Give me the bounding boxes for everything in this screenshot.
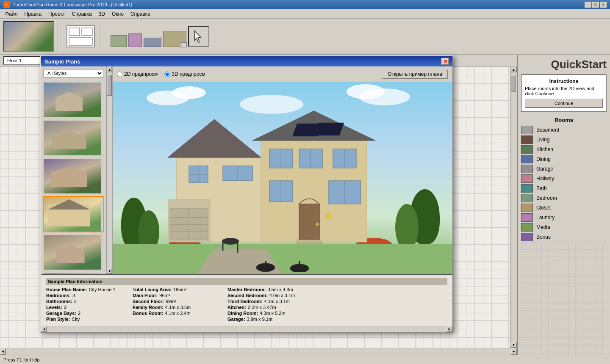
kitchen-value: 2.2m x 3.47m [248,305,276,310]
house-list-item-5[interactable] [43,234,104,270]
preview-panel: 2D предпросм 3D предпросм Открыть пример… [113,66,452,274]
vscroll-up-button[interactable]: ▲ [510,66,517,72]
room-item-dining[interactable]: Dining [521,155,607,163]
room-swatch-bedroom [521,194,533,202]
road-markers [240,259,325,272]
house-thumbnail-section [3,21,58,52]
dialog-title: Sample Plans [44,58,80,65]
floor-plan-icon [65,24,97,49]
dialog-hscroll-right[interactable]: ► [446,326,452,332]
bedrooms-label: Bedrooms: [46,293,71,298]
room-name-kitchen: Kitchen [536,146,553,152]
house-thumbnail [3,21,54,52]
room-item-bonus[interactable]: Bonus [521,233,607,241]
levels-label: Levels: [46,305,62,310]
house-list-scroll-up[interactable]: ▲ [107,66,112,72]
house-list-scroll-thumb[interactable] [107,74,112,96]
svg-point-33 [316,223,319,226]
room-item-living[interactable]: Living [521,135,607,144]
menu-help2[interactable]: Справка [127,10,154,18]
maximize-button[interactable]: □ [592,2,599,8]
room-item-laundry[interactable]: Laundry [521,213,607,222]
room-shape-3[interactable] [144,38,161,47]
info-grid: House Plan Name: City House 1 Bedrooms: … [46,287,447,323]
room-name-bonus: Bonus [536,234,551,240]
house-list-scroll-down[interactable]: ▼ [107,268,112,274]
second-bedroom-label: Second Bedroom: [227,293,268,298]
house-list-scroll-track [107,72,112,268]
svg-rect-10 [314,123,344,135]
master-bedroom-label: Master Bedroom: [227,287,266,292]
house-list-item-6[interactable] [43,272,104,274]
room-item-bath[interactable]: Bath [521,184,607,193]
instructions-box: Instructions Place rooms into the 2D vie… [521,74,607,112]
room-item-basement[interactable]: Basement [521,126,607,134]
third-bedroom-label: Third Bedroom: [227,299,263,304]
menu-window[interactable]: Окно [108,10,127,18]
radio-3d-input[interactable] [164,72,170,77]
cursor-tool[interactable] [188,26,209,47]
house-list-item-4[interactable] [43,196,104,232]
menu-edit[interactable]: Правка [21,10,45,18]
room-item-hallway[interactable]: Hallway [521,174,607,183]
hscroll-right-button[interactable]: ► [511,348,517,355]
dialog-body: All Styles Colonial Contemporary Craftsm… [41,66,452,274]
info-col-1: House Plan Name: City House 1 Bedrooms: … [46,287,131,323]
app-title: TurboFloorPlan Home & Landscape Pro 2019… [13,2,132,7]
house-list-scrollbar[interactable]: ▲ ▼ [107,66,113,274]
main-floor-label: Main Floor: [133,293,158,298]
horizontal-scrollbar[interactable]: ◄ ► [0,348,517,355]
menu-file[interactable]: Файл [2,10,21,18]
garage-label: Garage: [227,317,245,322]
house-plan-name-value: City House 1 [89,287,116,292]
dialog-close-button[interactable]: ✕ [441,58,449,65]
instructions-heading: Instructions [525,78,603,84]
continue-button[interactable]: Continue [525,99,603,108]
room-shape-1[interactable] [111,35,127,47]
hscroll-track [6,348,511,355]
info-col-2: Total Living Area: 165m² Main Floor: 96m… [133,287,226,323]
room-name-media: Media [536,224,550,230]
info-col-3: Master Bedroom: 3.5m x 4.4m Second Bedro… [227,287,329,323]
minimize-button[interactable]: — [585,2,591,8]
menubar: Файл Правка Проект Справка 3D Окно Справ… [0,9,610,19]
house-list-item-2[interactable] [43,120,104,156]
room-name-bedroom: Bedroom [536,195,557,201]
room-item-closet[interactable]: Closet [521,204,607,212]
house-list[interactable] [41,80,106,274]
house-list-item-1[interactable] [43,82,104,118]
hscroll-left-button[interactable]: ◄ [0,348,6,355]
room-item-media[interactable]: Media [521,223,607,232]
menu-help[interactable]: Справка [69,10,95,18]
vertical-scrollbar[interactable]: ▲ ▼ [510,66,517,348]
room-shape-4[interactable] [163,31,186,47]
floor-plan-thumbnail-section [61,24,100,49]
room-item-bedroom[interactable]: Bedroom [521,194,607,202]
style-selector[interactable]: All Styles Colonial Contemporary Craftsm… [44,69,103,77]
main-floor-value: 96m² [159,293,170,298]
radio-2d[interactable]: 2D предпросм [117,71,158,77]
house-3d-preview [113,82,452,274]
floor-plan-shapes [111,26,209,47]
house-list-item-3[interactable] [43,158,104,194]
radio-3d[interactable]: 3D предпросм [164,71,205,77]
info-title: Sample Plan Information [46,278,447,285]
room-item-garage[interactable]: Garage [521,165,607,173]
radio-2d-input[interactable] [117,72,122,77]
dialog-bottom-scrollbar[interactable]: ◄ ► [41,326,452,332]
titlebar-left: T TurboFloorPlan Home & Landscape Pro 20… [3,1,132,8]
room-swatch-hallway [521,174,533,183]
open-sample-button[interactable]: Открыть пример плана [382,69,448,79]
room-item-kitchen[interactable]: Kitchen [521,145,607,154]
window-close-button[interactable]: ✕ [600,2,607,8]
room-shape-2[interactable] [128,33,142,47]
menu-3d[interactable]: 3D [95,10,108,18]
room-swatch-closet [521,204,533,212]
third-bedroom-value: 4.1m x 3.1m [264,299,290,304]
room-name-laundry: Laundry [536,215,555,221]
titlebar-controls[interactable]: — □ ✕ [585,2,607,8]
vscroll-thumb[interactable] [510,75,516,92]
dialog-hscroll-left[interactable]: ◄ [41,326,47,332]
menu-project[interactable]: Проект [45,10,69,18]
vscroll-down-button[interactable]: ▼ [510,342,517,348]
